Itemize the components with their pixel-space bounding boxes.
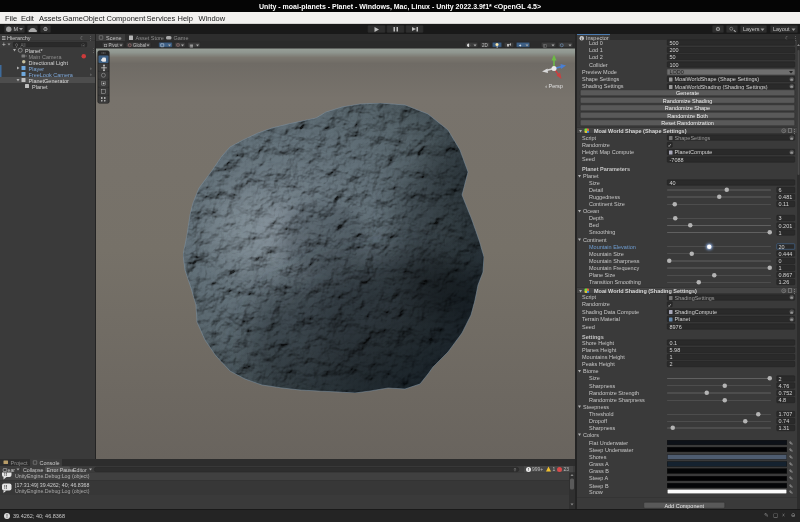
svg-text:‹ Persp: ‹ Persp (545, 83, 563, 89)
